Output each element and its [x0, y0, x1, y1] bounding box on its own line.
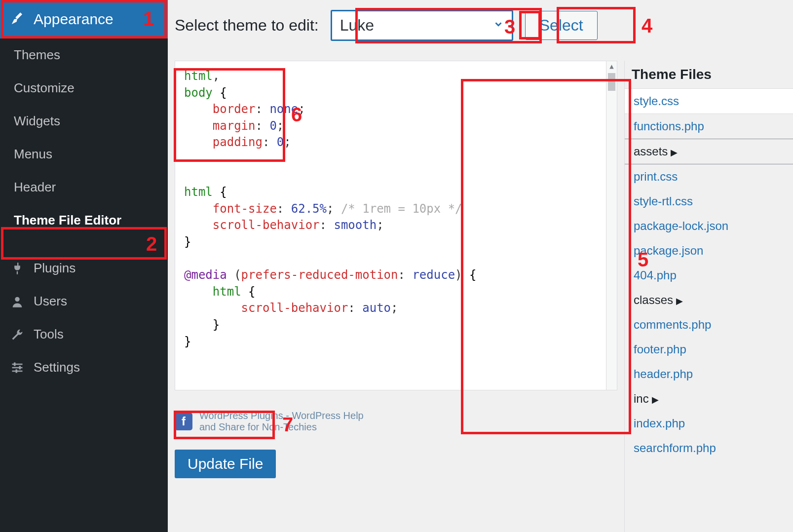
sidebar-item-label: Header — [14, 180, 56, 195]
topbar: Select theme to edit: Luke Select — [168, 0, 793, 61]
select-theme-label: Select theme to edit: — [175, 16, 319, 35]
sidebar-item-label: Settings — [34, 360, 80, 375]
sidebar-item-appearance[interactable]: Appearance — [0, 0, 168, 38]
theme-select-value: Luke — [340, 16, 374, 35]
file-item-label: assets — [634, 145, 668, 158]
file-item-footer-php[interactable]: footer.php — [625, 337, 793, 362]
code-editor[interactable]: html, body { border: none; margin: 0; pa… — [175, 61, 617, 390]
sidebar-item-label: Tools — [34, 327, 64, 342]
file-item-label: style.css — [634, 94, 679, 108]
file-item-index-php[interactable]: index.php — [625, 411, 793, 436]
plug-icon — [10, 261, 25, 276]
sidebar-item-label: Users — [34, 294, 67, 309]
file-item-label: style-rtl.css — [634, 194, 693, 208]
wrench-icon — [10, 327, 25, 342]
triangle-right-icon: ▶ — [652, 395, 659, 405]
sidebar-item-label: Widgets — [14, 114, 60, 129]
sidebar-item-users[interactable]: Users — [0, 285, 168, 318]
sidebar-item-settings[interactable]: Settings — [0, 351, 168, 384]
sidebar-item-plugins[interactable]: Plugins — [0, 252, 168, 285]
sliders-icon — [10, 360, 25, 375]
sidebar-item-themes[interactable]: Themes — [0, 38, 168, 72]
sidebar-label-appearance: Appearance — [34, 11, 113, 28]
sidebar-item-customize[interactable]: Customize — [0, 72, 168, 105]
sidebar-item-tools[interactable]: Tools — [0, 318, 168, 351]
file-item-label: print.css — [634, 170, 678, 183]
file-item-functions-php[interactable]: functions.php — [625, 114, 793, 139]
scroll-up-icon[interactable]: ▲ — [606, 61, 617, 72]
sidebar-item-theme-file-editor[interactable]: Theme File Editor — [0, 204, 168, 237]
triangle-right-icon: ▶ — [676, 296, 683, 306]
file-item-label: inc — [634, 392, 649, 405]
file-item-header-php[interactable]: header.php — [625, 362, 793, 386]
update-file-button[interactable]: Update File — [175, 450, 276, 478]
svg-point-0 — [15, 297, 19, 301]
theme-select-dropdown[interactable]: Luke — [331, 10, 513, 41]
file-item-label: index.php — [634, 417, 685, 430]
file-item-label: header.php — [634, 367, 693, 380]
facebook-icon: f — [175, 413, 192, 430]
sidebar-item-menus[interactable]: Menus — [0, 138, 168, 171]
theme-files-panel: Theme Files style.cssfunctions.phpassets… — [624, 61, 793, 532]
scroll-thumb[interactable] — [608, 73, 615, 91]
theme-files-title: Theme Files — [625, 61, 793, 88]
file-item-print-css[interactable]: print.css — [625, 164, 793, 189]
file-item-comments-php[interactable]: comments.php — [625, 312, 793, 337]
file-item-classes[interactable]: classes▶ — [625, 288, 793, 312]
file-item-404-php[interactable]: 404.php — [625, 263, 793, 288]
user-icon — [10, 294, 25, 309]
file-item-label: footer.php — [634, 342, 686, 356]
promo-link[interactable]: f WordPress Plugins - WordPress Help and… — [175, 410, 617, 433]
sidebar-item-label: Themes — [14, 47, 60, 63]
sidebar-item-widgets[interactable]: Widgets — [0, 105, 168, 138]
file-item-assets[interactable]: assets▶ — [625, 139, 793, 164]
promo-line-2: and Share for Non-Techies — [199, 421, 364, 433]
file-item-package-json[interactable]: package.json — [625, 238, 793, 263]
main-area: Select theme to edit: Luke Select html, … — [168, 0, 793, 532]
select-button[interactable]: Select — [525, 11, 598, 40]
triangle-right-icon: ▶ — [671, 148, 678, 157]
svg-rect-3 — [16, 369, 18, 373]
sidebar-item-label: Theme File Editor — [14, 213, 121, 228]
editor-scrollbar[interactable]: ▲ — [606, 61, 617, 390]
svg-rect-1 — [14, 362, 16, 366]
sidebar-item-label: Menus — [14, 147, 52, 162]
sidebar-item-header[interactable]: Header — [0, 171, 168, 204]
chevron-down-icon — [493, 18, 504, 33]
file-item-label: classes — [634, 293, 673, 306]
file-item-label: package.json — [634, 244, 703, 257]
file-item-label: comments.php — [634, 318, 711, 331]
file-item-label: functions.php — [634, 119, 704, 133]
sidebar-item-label: Plugins — [34, 261, 76, 276]
file-item-searchform-php[interactable]: searchform.php — [625, 436, 793, 460]
brush-icon — [10, 12, 25, 27]
sidebar-item-label: Customize — [14, 80, 75, 96]
file-item-package-lock-json[interactable]: package-lock.json — [625, 214, 793, 238]
file-item-style-css[interactable]: style.css — [625, 89, 793, 114]
file-item-label: package-lock.json — [634, 219, 728, 232]
svg-rect-2 — [19, 366, 21, 369]
admin-sidebar: Appearance ThemesCustomizeWidgetsMenusHe… — [0, 0, 168, 532]
file-item-style-rtl-css[interactable]: style-rtl.css — [625, 189, 793, 214]
file-item-inc[interactable]: inc▶ — [625, 386, 793, 411]
file-item-label: searchform.php — [634, 441, 716, 455]
file-item-label: 404.php — [634, 268, 677, 282]
promo-line-1: WordPress Plugins - WordPress Help — [199, 410, 364, 421]
